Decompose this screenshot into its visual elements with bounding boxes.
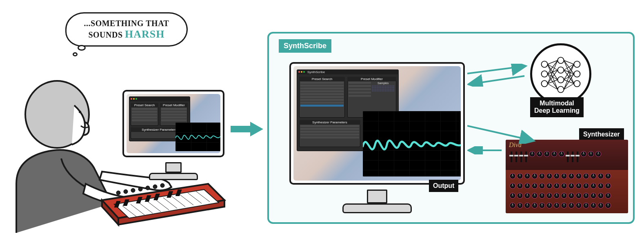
panel-subtitle: Samples <box>372 82 394 85</box>
svg-line-47 <box>548 84 558 89</box>
panel-title: Synthesizer Parameters <box>299 120 360 125</box>
svg-point-1 <box>79 111 81 113</box>
svg-point-27 <box>542 71 548 77</box>
panel-title: Preset Search <box>299 77 345 81</box>
panel-title: Preset Modifier <box>347 77 396 81</box>
system-monitor-screen: SynthScribe Preset Search Preset Modifie… <box>293 66 461 181</box>
app-title: SynthScribe <box>307 70 325 74</box>
svg-line-60 <box>467 66 524 74</box>
neural-net-node <box>530 43 591 105</box>
thought-line2-prefix: SOUNDS <box>88 30 122 39</box>
user-monitor-screen: Preset Search Preset Modifier Synthesize… <box>127 94 220 153</box>
svg-point-32 <box>557 86 564 92</box>
svg-point-28 <box>542 80 548 87</box>
svg-point-35 <box>574 80 580 87</box>
flow-arrow-main <box>231 121 263 139</box>
app-titlebar: SynthScribe <box>297 69 399 74</box>
ml-label: Multimodal Deep Learning <box>530 97 584 117</box>
ml-label-line2: Deep Learning <box>534 107 580 114</box>
svg-point-26 <box>542 61 548 67</box>
synth-label: Synthesizer <box>579 128 624 141</box>
svg-point-22 <box>138 187 142 191</box>
panel-title: Preset Modifier <box>160 103 188 107</box>
thought-line1: ...SOMETHING THAT <box>84 19 169 28</box>
ml-label-line1: Multimodal <box>540 100 574 107</box>
svg-point-25 <box>160 183 164 188</box>
svg-point-29 <box>557 57 564 63</box>
oscilloscope-small <box>175 123 220 151</box>
thought-bubble-body: ...SOMETHING THAT SOUNDS HARSH <box>65 12 188 47</box>
svg-line-51 <box>564 64 574 70</box>
synth-plugin: Diva <box>506 140 628 213</box>
oscilloscope-output <box>363 111 461 176</box>
thought-bubble: ...SOMETHING THAT SOUNDS HARSH <box>65 12 188 57</box>
system-title: SynthScribe <box>279 39 331 53</box>
arrow-from-synth <box>467 146 504 154</box>
svg-line-62 <box>467 126 533 141</box>
thought-dot-icon <box>73 52 78 56</box>
thought-text: ...SOMETHING THAT SOUNDS HARSH <box>84 19 169 40</box>
traffic-light-max-icon <box>303 71 305 73</box>
svg-line-59 <box>564 84 574 89</box>
svg-point-33 <box>574 61 580 67</box>
arrow-from-nn <box>467 74 529 87</box>
diagram-root: ...SOMETHING THAT SOUNDS HARSH <box>0 0 644 250</box>
svg-point-23 <box>146 186 150 190</box>
panel-body <box>300 125 359 146</box>
panel-body <box>300 82 344 116</box>
svg-point-30 <box>557 67 564 73</box>
thought-dot-icon <box>78 45 86 51</box>
thought-accent: HARSH <box>125 28 164 40</box>
svg-line-57 <box>564 64 574 89</box>
panel-synth-params: Synthesizer Parameters <box>299 120 360 147</box>
svg-line-61 <box>470 76 524 84</box>
panel-preset-search: Preset Search <box>299 77 345 118</box>
system-monitor: SynthScribe Preset Search Preset Modifie… <box>289 62 465 185</box>
panel-title: Preset Search <box>131 103 158 107</box>
system-panel: SynthScribe SynthScribe Preset Search <box>267 32 635 224</box>
svg-point-24 <box>153 185 157 189</box>
svg-point-34 <box>574 71 580 77</box>
svg-point-31 <box>557 77 564 83</box>
user-scene: Preset Search Preset Modifier Synthesize… <box>0 61 224 233</box>
svg-point-21 <box>131 188 135 192</box>
arrow-to-synth <box>467 123 537 144</box>
waveform-icon <box>363 111 461 176</box>
output-label: Output <box>429 180 458 192</box>
svg-point-20 <box>124 190 128 194</box>
traffic-light-min-icon <box>301 71 302 73</box>
user-monitor: Preset Search Preset Modifier Synthesize… <box>122 90 224 157</box>
svg-point-19 <box>116 191 120 195</box>
neural-net-icon <box>537 51 584 97</box>
traffic-light-close-icon <box>298 71 300 73</box>
